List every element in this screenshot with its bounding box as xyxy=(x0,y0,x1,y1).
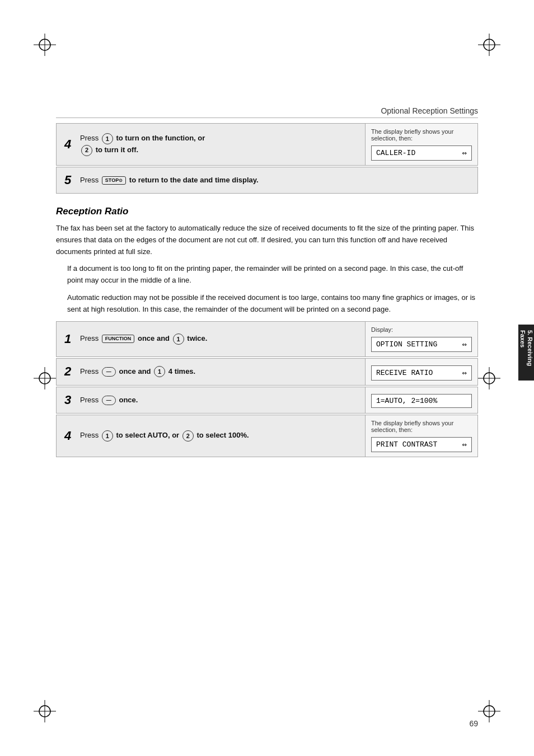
top-step5-box: 5 Press STOP⊙ to return to the date and … xyxy=(56,167,478,194)
top-step4-text: Press 1 to turn on the function, or 2 to… xyxy=(80,133,357,156)
rr-step1-number: 1 xyxy=(64,332,76,346)
rr-s3-oval: — xyxy=(102,396,116,406)
header-line xyxy=(56,118,478,118)
corner-mark-tl xyxy=(34,34,56,56)
rr-s4-btn1: 1 xyxy=(102,430,113,442)
rr-step1-arrow: ⇔ xyxy=(462,340,467,349)
page-header: Optional Reception Settings xyxy=(381,106,478,115)
body-para1: The fax has been set at the factory to a… xyxy=(56,223,478,257)
rr-step3-number: 3 xyxy=(64,393,76,407)
btn-1-icon: 1 xyxy=(102,133,113,144)
top-step5-text: Press STOP⊙ to return to the date and ti… xyxy=(80,175,470,186)
stop-btn-icon: STOP⊙ xyxy=(102,176,126,185)
corner-mark-tr xyxy=(478,34,500,56)
page-number-text: 69 xyxy=(469,719,478,728)
rr-step4-box: 4 Press 1 to select AUTO, or 2 to select… xyxy=(56,415,478,457)
rr-step2-arrow: ⇔ xyxy=(462,368,467,378)
rr-step2-box: 2 Press — once and 1 4 times. RECEIVE RA… xyxy=(56,358,478,386)
top-step4-display-arrow: ⇔ xyxy=(462,148,467,158)
rr-step1-display: OPTION SETTING ⇔ xyxy=(371,337,472,352)
body-para2: If a document is too long to fit on the … xyxy=(67,263,478,287)
rr-step4-arrow: ⇔ xyxy=(462,440,467,449)
rr-step2-number: 2 xyxy=(64,364,76,379)
rr-s2-btn1: 1 xyxy=(154,366,165,377)
corner-mark-bl xyxy=(34,700,56,722)
header-title: Optional Reception Settings xyxy=(381,106,478,115)
body-para3: Automatic reduction may not be possible … xyxy=(67,292,478,316)
page: 5. Receiving Faxes Optional Reception Se… xyxy=(0,0,534,756)
top-step4-display-text: CALLER-ID xyxy=(376,149,415,157)
content-area: 4 Press 1 to turn on the function, or 2 … xyxy=(56,123,478,700)
top-step4-side-label: The display briefly shows your selection… xyxy=(371,128,472,142)
rr-step2-left: 2 Press — once and 1 4 times. xyxy=(57,359,366,385)
rr-step1-right: Display: OPTION SETTING ⇔ xyxy=(366,322,477,356)
rr-step2-display: RECEIVE RATIO ⇔ xyxy=(371,365,472,381)
rr-step4-side-label: The display briefly shows your selection… xyxy=(371,420,472,433)
rr-step2-text: Press — once and 1 4 times. xyxy=(80,366,357,378)
corner-mark-br xyxy=(478,700,500,722)
section-heading: Reception Ratio xyxy=(56,206,478,217)
top-step4-number: 4 xyxy=(64,137,76,152)
top-step4-display: CALLER-ID ⇔ xyxy=(371,145,472,161)
top-step5-number: 5 xyxy=(64,173,76,187)
rr-step4-display: PRINT CONTRAST ⇔ xyxy=(371,437,472,452)
rr-step3-display: 1=AUTO, 2=100% xyxy=(371,394,472,408)
top-step4-box: 4 Press 1 to turn on the function, or 2 … xyxy=(56,123,478,166)
rr-step3-text: Press — once. xyxy=(80,395,357,406)
top-step4-left: 4 Press 1 to turn on the function, or 2 … xyxy=(57,124,366,165)
rr-step1-left: 1 Press FUNCTION once and 1 twice. xyxy=(57,322,366,356)
rr-step1-side-label: Display: xyxy=(371,326,472,333)
page-number: 69 xyxy=(469,719,478,728)
function-btn-icon: FUNCTION xyxy=(102,335,135,343)
rr-step4-number: 4 xyxy=(64,429,76,443)
chapter-tab-text: 5. Receiving Faxes xyxy=(519,330,533,375)
rr-step1-display-text: OPTION SETTING xyxy=(376,340,437,349)
reception-ratio-section: Reception Ratio The fax has been set at … xyxy=(56,206,478,457)
rr-step4-text: Press 1 to select AUTO, or 2 to select 1… xyxy=(80,430,357,442)
rr-step1-text: Press FUNCTION once and 1 twice. xyxy=(80,333,357,345)
rr-step4-display-text: PRINT CONTRAST xyxy=(376,440,437,449)
rr-step3-box: 3 Press — once. 1=AUTO, 2=100% xyxy=(56,387,478,414)
btn-2-icon: 2 xyxy=(81,145,92,156)
top-step4-right: The display briefly shows your selection… xyxy=(366,124,477,165)
rr-step4-left: 4 Press 1 to select AUTO, or 2 to select… xyxy=(57,415,366,457)
rr-step4-right: The display briefly shows your selection… xyxy=(366,415,477,457)
rr-step2-right: RECEIVE RATIO ⇔ xyxy=(366,359,477,385)
rr-s4-btn2: 2 xyxy=(182,430,194,442)
chapter-tab: 5. Receiving Faxes xyxy=(518,325,534,381)
rr-step2-display-text: RECEIVE RATIO xyxy=(376,369,433,377)
rr-step3-left: 3 Press — once. xyxy=(57,387,366,413)
corner-mark-mr xyxy=(478,367,500,389)
rr-step3-right: 1=AUTO, 2=100% xyxy=(366,387,477,413)
corner-mark-ml xyxy=(34,367,56,389)
rr-s2-oval: — xyxy=(102,367,116,377)
rr-s1-btn1: 1 xyxy=(173,334,184,345)
rr-step3-display-text: 1=AUTO, 2=100% xyxy=(376,397,437,405)
rr-step1-box: 1 Press FUNCTION once and 1 twice. Displ… xyxy=(56,321,478,357)
